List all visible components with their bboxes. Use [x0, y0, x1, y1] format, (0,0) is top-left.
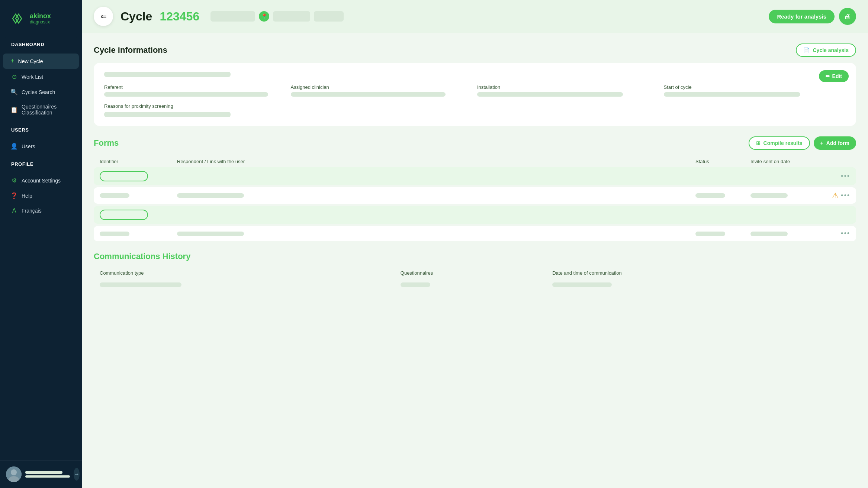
add-form-button[interactable]: + Add form — [814, 136, 856, 150]
row1-more-button[interactable]: ••• — [841, 172, 850, 180]
edit-button[interactable]: ✏ Edit — [819, 70, 849, 82]
comm-table-header: Communication type Questionnaires Date a… — [94, 267, 856, 279]
referent-bar — [104, 92, 268, 97]
comm-quest-bar — [401, 282, 430, 287]
profile-section-header: PROFILE — [4, 157, 78, 171]
sidebar-item-cycles-search[interactable]: 🔍 Cycles Search — [3, 85, 79, 99]
forms-section: Forms ⊞ Compile results + Add form Ident… — [94, 136, 856, 241]
col-questionnaires: Questionnaires — [401, 270, 549, 276]
sidebar: akinox diagnostix DASHBOARD + New Cycle … — [0, 0, 82, 488]
print-button[interactable]: 🖨 — [839, 8, 856, 25]
pill-skeleton-1 — [210, 11, 255, 22]
row4-invite-date-bar — [750, 232, 788, 236]
back-arrow-icon: ⇐ — [100, 12, 107, 21]
comm-type-bar — [100, 282, 181, 287]
start-of-cycle-label: Start of cycle — [664, 84, 846, 90]
warning-icon: ⚠ — [832, 191, 839, 200]
help-icon: ❓ — [10, 192, 18, 199]
referent-label: Referent — [104, 84, 286, 90]
row2-more-button[interactable]: ••• — [841, 192, 850, 200]
dashboard-section-header: DASHBOARD — [4, 37, 78, 52]
row4-status — [695, 232, 748, 236]
language-icon: A — [10, 207, 18, 214]
logo-area: akinox diagnostix — [0, 0, 82, 36]
info-grid: Referent Assigned clinician Installation… — [104, 84, 846, 97]
row2-status — [695, 193, 748, 198]
sidebar-item-questionnaires[interactable]: 📋 Questionnaires Classification — [3, 100, 79, 119]
logout-button[interactable]: → — [74, 468, 80, 481]
topbar: ⇐ Cycle 123456 📍 Ready for analysis 🖨 — [82, 0, 868, 33]
questionnaires-label: Questionnaires Classification — [22, 104, 71, 116]
user-info — [25, 471, 70, 478]
compile-results-button[interactable]: ⊞ Compile results — [749, 136, 810, 150]
proximity-label: Reasons for proximity screening — [104, 103, 846, 109]
pill-skeleton-3 — [314, 11, 344, 22]
table-row: ••• — [94, 167, 856, 185]
row4-respondent — [177, 232, 692, 236]
row2-status-bar — [695, 193, 725, 198]
gear-icon: ⚙ — [10, 177, 18, 184]
new-cycle-label: New Cycle — [18, 58, 43, 64]
table-row — [94, 206, 856, 224]
cycle-info-header: Cycle informations 📄 Cycle analysis — [94, 43, 856, 57]
sidebar-item-francais[interactable]: A Français — [3, 204, 79, 218]
installation-label: Installation — [477, 84, 659, 90]
row3-identifier — [100, 210, 174, 220]
row2-identifier — [100, 193, 174, 198]
account-settings-label: Account Settings — [22, 178, 61, 184]
help-label: Help — [22, 193, 32, 199]
communications-section: Communications History Communication typ… — [94, 252, 856, 291]
row1-identifier-bar — [100, 171, 148, 181]
brand-sub: diagnostix — [30, 19, 51, 25]
row2-invite-date — [750, 193, 825, 198]
row4-invite-date — [750, 232, 825, 236]
sidebar-item-users[interactable]: 👤 Users — [3, 139, 79, 153]
col-respondent: Respondent / Link with the user — [177, 159, 692, 164]
row4-actions: ••• — [828, 230, 850, 237]
cycle-analysis-label: Cycle analysis — [813, 47, 849, 53]
cycle-analysis-button[interactable]: 📄 Cycle analysis — [796, 43, 856, 57]
avatar — [6, 466, 22, 482]
row4-identifier — [100, 232, 174, 236]
sidebar-item-account-settings[interactable]: ⚙ Account Settings — [3, 173, 79, 188]
comm-type-cell — [100, 282, 398, 287]
compile-results-label: Compile results — [763, 140, 803, 146]
sidebar-item-new-cycle[interactable]: + New Cycle — [3, 54, 79, 69]
user-area: → — [0, 460, 82, 488]
users-label: Users — [22, 143, 35, 149]
proximity-section: Reasons for proximity screening — [104, 103, 846, 117]
add-form-label: Add form — [826, 140, 849, 146]
sidebar-item-work-list[interactable]: ⊙ Work List — [3, 70, 79, 84]
forms-actions: ⊞ Compile results + Add form — [749, 136, 856, 150]
cycles-search-label: Cycles Search — [22, 89, 55, 95]
assigned-clinician-field: Assigned clinician — [291, 84, 473, 97]
comm-title: Communications History — [94, 252, 190, 261]
back-button[interactable]: ⇐ — [94, 7, 113, 26]
cycle-id: 123456 — [160, 10, 199, 23]
forms-header: Forms ⊞ Compile results + Add form — [94, 136, 856, 150]
main-content: ⇐ Cycle 123456 📍 Ready for analysis 🖨 Cy… — [82, 0, 868, 488]
users-icon: 👤 — [10, 143, 18, 150]
row4-respondent-bar — [177, 232, 244, 236]
comm-row — [94, 279, 856, 291]
ready-for-analysis-button[interactable]: Ready for analysis — [769, 10, 835, 23]
col-identifier: Identifier — [100, 159, 174, 164]
comm-quest-cell — [401, 282, 549, 287]
user-sub-bar — [25, 475, 70, 478]
info-card-top-bar — [104, 72, 231, 77]
row4-identifier-bar — [100, 232, 129, 236]
col-invite-date: Invite sent on date — [750, 159, 825, 164]
edit-label: Edit — [832, 73, 842, 79]
table-row: ••• — [94, 226, 856, 241]
sidebar-item-help[interactable]: ❓ Help — [3, 188, 79, 203]
content-area: Cycle informations 📄 Cycle analysis ✏ Ed… — [82, 33, 868, 488]
comm-date-bar — [552, 282, 612, 287]
comm-header: Communications History — [94, 252, 856, 261]
row2-actions: ⚠ ••• — [828, 191, 850, 200]
logo-text: akinox diagnostix — [30, 13, 51, 25]
row4-more-button[interactable]: ••• — [841, 230, 850, 237]
start-of-cycle-field: Start of cycle — [664, 84, 846, 97]
brand-name: akinox — [30, 13, 51, 19]
installation-field: Installation — [477, 84, 659, 97]
comm-date-cell — [552, 282, 850, 287]
